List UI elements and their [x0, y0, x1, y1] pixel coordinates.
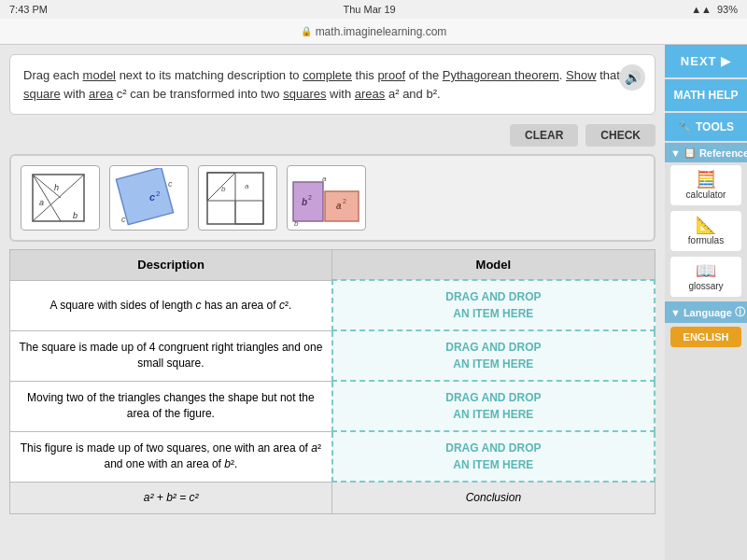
english-button[interactable]: ENGLISH — [670, 327, 741, 347]
square-link[interactable]: square — [23, 87, 61, 101]
drag-items-area: a b h c 2 c c — [9, 154, 655, 242]
language-section-header[interactable]: ▼ Language ⓘ — [665, 301, 747, 323]
conclusion-formula: a² + b² = c² — [10, 482, 332, 513]
glossary-label: glossary — [688, 281, 723, 291]
url-text: math.imaginelearning.com — [316, 25, 447, 38]
svg-text:c: c — [168, 179, 173, 189]
model-link[interactable]: model — [83, 68, 116, 82]
svg-text:2: 2 — [308, 194, 312, 201]
col-description: Description — [10, 250, 332, 281]
svg-text:a: a — [245, 182, 249, 190]
glossary-button[interactable]: 📖 glossary — [670, 257, 741, 297]
svg-text:h: h — [54, 183, 59, 192]
math-help-button[interactable]: MATH HELP — [665, 79, 747, 111]
desc-cell-3: Moving two of the triangles changes the … — [10, 381, 332, 431]
wifi-icon: ▲▲ — [691, 4, 712, 15]
drop-zone-4[interactable]: DRAG AND DROPAN ITEM HERE — [332, 431, 655, 482]
svg-text:b: b — [73, 211, 78, 220]
tools-button[interactable]: 🔧 TOOLS — [665, 113, 747, 141]
table-row: This figure is made up of two squares, o… — [10, 431, 655, 482]
desc-cell-2: The square is made up of 4 congruent rig… — [10, 330, 332, 381]
svg-text:b: b — [294, 219, 299, 228]
glossary-icon: 📖 — [696, 262, 716, 279]
svg-text:a: a — [322, 175, 327, 183]
svg-text:b: b — [302, 197, 307, 207]
drop-zone-2[interactable]: DRAG AND DROPAN ITEM HERE — [332, 330, 655, 381]
svg-text:a: a — [39, 198, 44, 207]
table-row: A square with sides of length c has an a… — [10, 280, 655, 330]
check-button[interactable]: CHECK — [585, 124, 655, 147]
drop-zone-3[interactable]: DRAG AND DROPAN ITEM HERE — [332, 381, 655, 431]
svg-line-1 — [33, 175, 61, 221]
tools-label: TOOLS — [696, 120, 734, 133]
svg-rect-19 — [293, 182, 323, 221]
time-display: 7:43 PM — [9, 4, 48, 15]
show-link[interactable]: Show — [566, 68, 597, 82]
svg-text:2: 2 — [343, 198, 346, 204]
battery-display: 93% — [717, 4, 738, 15]
day-display: Thu Mar 19 — [343, 4, 395, 15]
proof-link[interactable]: proof — [377, 68, 405, 82]
drag-item-4[interactable]: b 2 a 2 b a — [287, 165, 366, 231]
status-bar: 7:43 PM Thu Mar 19 ▲▲ 93% — [0, 0, 747, 19]
svg-text:a: a — [336, 201, 342, 211]
drop-zone-1[interactable]: DRAG AND DROPAN ITEM HERE — [332, 280, 655, 330]
status-icons: ▲▲ 93% — [691, 4, 738, 15]
calculator-label: calculator — [686, 189, 726, 200]
wrench-icon: 🔧 — [678, 120, 692, 133]
content-area: 🔊 Drag each model next to its matching d… — [0, 45, 665, 560]
drag-item-1[interactable]: a b h — [21, 165, 100, 231]
svg-text:2: 2 — [156, 189, 161, 198]
formulas-label: formulas — [688, 235, 724, 245]
areas-link[interactable]: areas — [355, 87, 386, 101]
right-sidebar: NEXT ▶ MATH HELP 🔧 TOOLS ▼ 📋 Reference 🧮… — [665, 45, 747, 560]
svg-rect-20 — [325, 191, 359, 221]
instruction-text: Drag each model next to its matching des… — [23, 66, 641, 103]
desc-cell-4: This figure is made up of two squares, o… — [10, 431, 332, 482]
match-table: Description Model A square with sides of… — [9, 249, 655, 514]
drag-item-2[interactable]: c 2 c c — [109, 165, 189, 231]
desc-cell-1: A square with sides of length c has an a… — [10, 280, 332, 330]
reference-book-icon: 📋 — [684, 147, 697, 159]
formulas-button[interactable]: 📐 formulas — [670, 211, 741, 251]
pythagorean-link[interactable]: Pythagorean theorem — [443, 68, 559, 82]
instruction-box: 🔊 Drag each model next to its matching d… — [9, 54, 655, 115]
clear-button[interactable]: CLEAR — [510, 124, 578, 147]
svg-text:c: c — [149, 191, 155, 203]
calculator-icon: 🧮 — [696, 171, 716, 188]
next-button[interactable]: NEXT ▶ — [665, 45, 747, 77]
svg-marker-16 — [235, 201, 263, 224]
language-info-icon: ⓘ — [735, 305, 745, 319]
formulas-icon: 📐 — [696, 217, 716, 233]
drag-item-3[interactable]: b a — [198, 165, 277, 231]
sound-button[interactable]: 🔊 — [619, 64, 645, 91]
controls-row: CLEAR CHECK — [9, 124, 655, 147]
table-row: The square is made up of 4 congruent rig… — [10, 330, 655, 381]
area-link[interactable]: area — [89, 87, 113, 101]
reference-chevron-icon: ▼ — [670, 147, 681, 159]
main-area: 🔊 Drag each model next to its matching d… — [0, 45, 747, 560]
calculator-button[interactable]: 🧮 calculator — [670, 165, 741, 205]
conclusion-row: a² + b² = c² Conclusion — [10, 482, 655, 513]
svg-text:b: b — [221, 185, 226, 193]
table-row: Moving two of the triangles changes the … — [10, 381, 655, 431]
conclusion-label: Conclusion — [332, 482, 655, 513]
url-bar: 🔒 math.imaginelearning.com — [0, 19, 747, 45]
squares-link[interactable]: squares — [283, 87, 326, 101]
reference-section-header[interactable]: ▼ 📋 Reference — [665, 143, 747, 162]
language-chevron-icon: ▼ — [670, 307, 681, 318]
language-label: Language — [684, 307, 732, 318]
complete-link[interactable]: complete — [303, 68, 352, 82]
svg-text:c: c — [121, 215, 126, 224]
reference-label: Reference — [699, 147, 747, 159]
col-model: Model — [332, 250, 655, 281]
lock-icon: 🔒 — [301, 26, 312, 36]
